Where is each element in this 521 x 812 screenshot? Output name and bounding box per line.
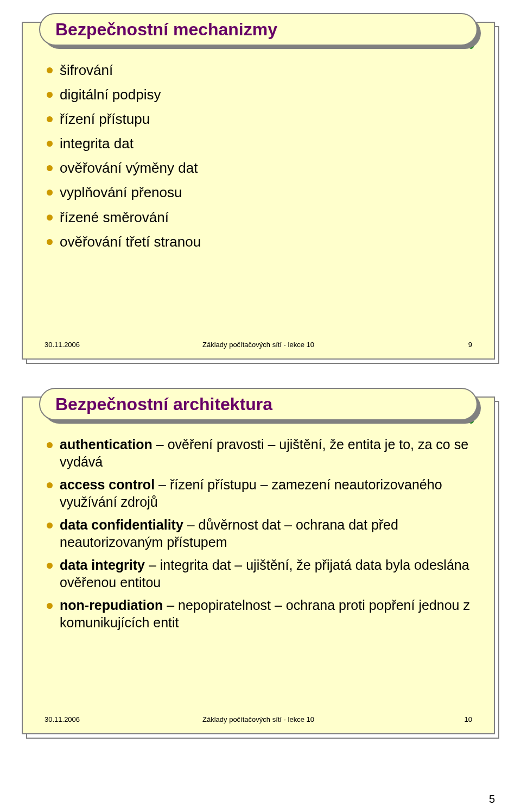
list-item: authentication – ověření pravosti – ujiš… [45, 436, 472, 470]
title-pill: Bezpečnostní mechanizmy [39, 13, 478, 46]
term: authentication [60, 437, 153, 452]
slide-footer: 30.11.2006 Základy počítačových sítí - l… [45, 341, 472, 349]
term: data confidentiality [60, 517, 183, 532]
slide-title: Bezpečnostní architektura [55, 394, 272, 414]
list-item: digitální podpisy [45, 85, 472, 104]
slide-content: Bezpečnostní mechanizmy šifrování digitá… [22, 22, 495, 360]
bullet-list: šifrování digitální podpisy řízení příst… [45, 61, 472, 251]
title-pill: Bezpečnostní architektura [39, 388, 478, 420]
term: data integrity [60, 557, 145, 572]
slide-body: šifrování digitální podpisy řízení příst… [45, 61, 472, 326]
footer-center: Základy počítačových sítí - lekce 10 [45, 715, 472, 723]
list-item: integrita dat [45, 134, 472, 153]
list-item: šifrování [45, 61, 472, 80]
list-item: vyplňování přenosu [45, 183, 472, 202]
footer-slidenum: 9 [468, 341, 472, 349]
slide-footer: 30.11.2006 Základy počítačových sítí - l… [45, 715, 472, 723]
title-bar: Bezpečnostní mechanizmy [39, 13, 478, 46]
slide-2: Bezpečnostní architektura authentication… [22, 386, 499, 739]
page-number: 5 [489, 793, 495, 805]
list-item: řízené směrování [45, 208, 472, 227]
footer-date: 30.11.2006 [45, 715, 80, 723]
list-item: non-repudiation – nepopiratelnost – ochr… [45, 596, 472, 631]
list-item: access control – řízení přístupu – zamez… [45, 476, 472, 511]
bullet-list: authentication – ověření pravosti – ujiš… [45, 436, 472, 631]
list-item: řízení přístupu [45, 110, 472, 129]
footer-center: Základy počítačových sítí - lekce 10 [45, 341, 472, 349]
footer-slidenum: 10 [465, 715, 472, 723]
footer-date: 30.11.2006 [45, 341, 80, 349]
term: access control [60, 477, 155, 492]
list-item: data confidentiality – důvěrnost dat – o… [45, 516, 472, 551]
slide-body: authentication – ověření pravosti – ujiš… [45, 436, 472, 701]
term: non-repudiation [60, 597, 163, 613]
list-item: ověřování výměny dat [45, 159, 472, 178]
page: Bezpečnostní mechanizmy šifrování digitá… [0, 0, 521, 812]
slide-1: Bezpečnostní mechanizmy šifrování digitá… [22, 11, 499, 364]
list-item: data integrity – integrita dat – ujištěn… [45, 556, 472, 591]
slide-title: Bezpečnostní mechanizmy [55, 20, 277, 40]
slide-content: Bezpečnostní architektura authentication… [22, 396, 495, 734]
list-item: ověřování třetí stranou [45, 232, 472, 251]
title-bar: Bezpečnostní architektura [39, 388, 478, 420]
